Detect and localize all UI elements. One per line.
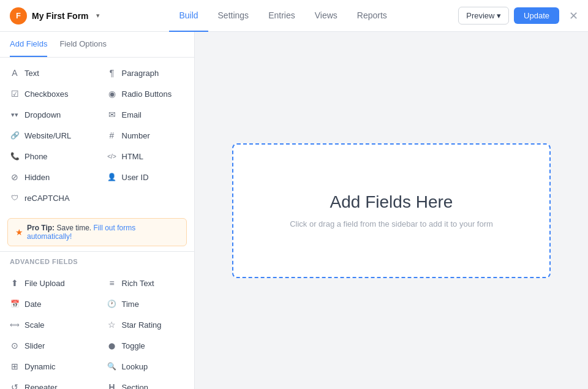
userid-icon: 👤 — [107, 172, 117, 182]
sidebar-tabs: Add Fields Field Options — [0, 32, 194, 58]
field-section-label: Section — [122, 383, 148, 390]
field-recaptcha-label: reCAPTCHA — [24, 194, 70, 203]
field-hidden-label: Hidden — [24, 173, 50, 182]
field-email-label: Email — [122, 110, 142, 119]
tab-reports[interactable]: Reports — [347, 0, 397, 32]
sidebar-tab-field-options[interactable]: Field Options — [59, 32, 107, 57]
number-icon: # — [107, 130, 117, 140]
field-section[interactable]: H Section — [97, 377, 195, 389]
field-email[interactable]: ✉ Email — [97, 104, 195, 125]
star-rating-icon: ☆ — [107, 320, 117, 330]
field-time-label: Time — [122, 300, 139, 309]
field-scale-label: Scale — [24, 320, 45, 330]
dynamic-icon: ⊞ — [10, 361, 20, 371]
hidden-icon: ⊘ — [10, 172, 20, 182]
field-file-upload[interactable]: ⬆ File Upload — [0, 273, 97, 293]
field-paragraph-label: Paragraph — [122, 69, 159, 78]
tab-entries[interactable]: Entries — [258, 0, 305, 32]
form-title: My First Form — [32, 11, 89, 21]
header-actions: Preview ▾ Update ✕ — [458, 7, 578, 25]
update-button[interactable]: Update — [514, 7, 559, 24]
tab-settings[interactable]: Settings — [208, 0, 259, 32]
field-recaptcha[interactable]: 🛡 reCAPTCHA — [0, 187, 97, 208]
tab-build[interactable]: Build — [169, 0, 208, 32]
field-radio-label: Radio Buttons — [122, 89, 172, 99]
dropdown-icon: ▾▾ — [10, 110, 20, 119]
field-phone-label: Phone — [24, 152, 48, 161]
sidebar-tab-add-fields[interactable]: Add Fields — [10, 32, 47, 57]
field-star-rating[interactable]: ☆ Star Rating — [97, 314, 195, 335]
paragraph-icon: ¶ — [107, 68, 117, 78]
recaptcha-icon: 🛡 — [10, 193, 20, 203]
text-icon: A — [10, 68, 20, 78]
tab-views[interactable]: Views — [305, 0, 347, 32]
app-logo: F — [10, 7, 27, 25]
scale-icon: ⟺ — [10, 320, 20, 330]
basic-fields-grid: A Text ¶ Paragraph ☑ Checkboxes ◉ Radio … — [0, 58, 194, 213]
field-phone[interactable]: 📞 Phone — [0, 146, 97, 167]
sidebar: Add Fields Field Options A Text ¶ Paragr… — [0, 32, 195, 389]
time-icon: 🕐 — [107, 299, 117, 309]
toggle-icon: ⬤ — [107, 341, 117, 350]
close-button[interactable]: ✕ — [569, 9, 578, 23]
field-number[interactable]: # Number — [97, 125, 195, 146]
email-icon: ✉ — [107, 110, 117, 119]
drop-zone-subtitle: Click or drag a field from the sidebar t… — [290, 219, 493, 228]
field-text[interactable]: A Text — [0, 62, 97, 83]
website-icon: 🔗 — [10, 130, 20, 140]
field-toggle[interactable]: ⬤ Toggle — [97, 335, 195, 356]
field-dropdown-label: Dropdown — [24, 110, 61, 119]
date-icon: 📅 — [10, 299, 20, 309]
field-slider[interactable]: ⊙ Slider — [0, 335, 97, 356]
drop-zone[interactable]: Add Fields Here Click or drag a field fr… — [232, 143, 551, 278]
repeater-icon: ↺ — [10, 382, 20, 389]
field-slider-label: Slider — [24, 341, 45, 350]
main-layout: Add Fields Field Options A Text ¶ Paragr… — [0, 32, 588, 389]
file-upload-icon: ⬆ — [10, 278, 20, 288]
field-date[interactable]: 📅 Date — [0, 293, 97, 314]
field-file-upload-label: File Upload — [24, 279, 65, 288]
preview-button[interactable]: Preview ▾ — [458, 7, 509, 25]
slider-icon: ⊙ — [10, 341, 20, 350]
field-userid-label: User ID — [122, 173, 149, 182]
field-user-id[interactable]: 👤 User ID — [97, 167, 195, 187]
field-text-label: Text — [24, 69, 39, 78]
field-dynamic[interactable]: ⊞ Dynamic — [0, 356, 97, 377]
pro-tip-bold: Pro Tip: — [27, 224, 55, 232]
field-dropdown[interactable]: ▾▾ Dropdown — [0, 104, 97, 125]
field-website-label: Website/URL — [24, 131, 71, 140]
field-scale[interactable]: ⟺ Scale — [0, 314, 97, 335]
field-toggle-label: Toggle — [122, 341, 145, 350]
drop-zone-title: Add Fields Here — [330, 192, 453, 212]
section-icon: H — [107, 382, 117, 389]
field-html-label: HTML — [122, 152, 143, 161]
field-number-label: Number — [122, 131, 150, 140]
field-paragraph[interactable]: ¶ Paragraph — [97, 62, 195, 83]
field-website-url[interactable]: 🔗 Website/URL — [0, 125, 97, 146]
rich-text-icon: ≡ — [107, 278, 117, 288]
field-checkboxes-label: Checkboxes — [24, 89, 69, 99]
form-canvas: Add Fields Here Click or drag a field fr… — [195, 32, 588, 389]
field-hidden[interactable]: ⊘ Hidden — [0, 167, 97, 187]
pro-tip-bar: ★ Pro Tip: Save time. Fill out forms aut… — [7, 218, 187, 246]
field-dynamic-label: Dynamic — [24, 362, 56, 371]
field-checkboxes[interactable]: ☑ Checkboxes — [0, 83, 97, 104]
field-star-rating-label: Star Rating — [122, 320, 162, 330]
phone-icon: 📞 — [10, 151, 20, 161]
field-html[interactable]: </> HTML — [97, 146, 195, 167]
app-header: F My First Form ▾ Build Settings Entries… — [0, 0, 588, 32]
html-icon: </> — [107, 151, 117, 161]
field-lookup-label: Lookup — [122, 362, 148, 371]
field-time[interactable]: 🕐 Time — [97, 293, 195, 314]
logo-area: F My First Form ▾ — [10, 7, 108, 25]
form-title-dropdown[interactable]: ▾ — [96, 12, 100, 20]
field-lookup[interactable]: 🔍 Lookup — [97, 356, 195, 377]
advanced-fields-grid: ⬆ File Upload ≡ Rich Text 📅 Date 🕐 Time … — [0, 268, 194, 389]
field-rich-text[interactable]: ≡ Rich Text — [97, 273, 195, 293]
field-rich-text-label: Rich Text — [122, 279, 154, 288]
main-nav: Build Settings Entries Views Reports — [108, 0, 458, 32]
pro-tip-text: Save time. — [55, 224, 93, 232]
field-repeater[interactable]: ↺ Repeater — [0, 377, 97, 389]
field-radio-buttons[interactable]: ◉ Radio Buttons — [97, 83, 195, 104]
radio-icon: ◉ — [107, 89, 117, 99]
